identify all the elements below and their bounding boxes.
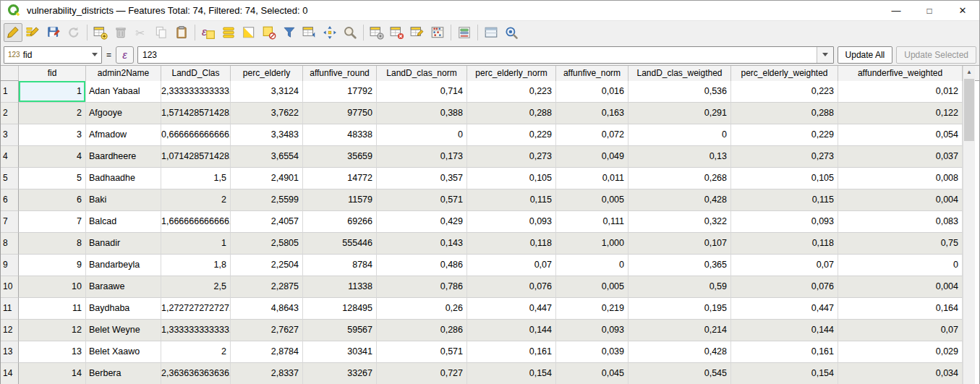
table-cell[interactable]: 0,291 xyxy=(629,103,731,124)
row-number[interactable]: 2 xyxy=(1,103,19,124)
table-cell[interactable]: 11 xyxy=(19,298,86,320)
row-number[interactable]: 3 xyxy=(1,124,19,146)
rename-field-button[interactable] xyxy=(408,23,427,42)
table-cell[interactable]: 0,004 xyxy=(838,276,963,298)
table-cell[interactable]: Banadir xyxy=(86,233,161,255)
table-cell[interactable]: 1,666666666666... xyxy=(161,211,231,233)
invert-selection-button[interactable] xyxy=(239,23,258,42)
table-cell[interactable]: 2,5805 xyxy=(231,233,303,255)
table-cell[interactable]: 0,011 xyxy=(556,168,629,189)
table-cell[interactable]: 17792 xyxy=(303,81,377,103)
actions-button[interactable] xyxy=(502,23,521,42)
table-cell[interactable]: 1,8 xyxy=(161,255,231,276)
table-cell[interactable]: 1,333333333333... xyxy=(161,320,231,341)
table-cell[interactable]: 0,161 xyxy=(731,341,838,363)
dock-table-button[interactable] xyxy=(482,23,500,42)
table-cell[interactable]: 0,115 xyxy=(731,189,838,211)
table-cell[interactable]: Adan Yabaal xyxy=(86,81,161,103)
deselect-all-button[interactable] xyxy=(260,23,278,42)
table-cell[interactable]: 0,666666666666... xyxy=(161,124,231,146)
table-cell[interactable]: 0,076 xyxy=(731,276,838,298)
pan-to-selection-button[interactable] xyxy=(320,23,339,42)
filter-form-button[interactable] xyxy=(280,23,299,42)
table-cell[interactable]: 0,164 xyxy=(838,298,963,320)
table-cell[interactable]: 0,727 xyxy=(377,363,467,384)
table-cell[interactable]: 0,26 xyxy=(377,298,467,320)
table-cell[interactable]: 0,223 xyxy=(731,81,838,103)
table-cell[interactable]: 2,8784 xyxy=(231,341,303,363)
table-cell[interactable]: 0,288 xyxy=(467,103,556,124)
table-cell[interactable]: 0,447 xyxy=(731,298,838,320)
table-cell[interactable]: 0,223 xyxy=(467,81,556,103)
table-cell[interactable]: 2,8337 xyxy=(231,363,303,384)
row-number[interactable]: 7 xyxy=(1,211,19,233)
column-header-perc_elderly_norm[interactable]: perc_elderly_norm xyxy=(467,66,556,81)
table-cell[interactable]: 2,7627 xyxy=(231,320,303,341)
table-cell[interactable]: 3,6554 xyxy=(231,146,303,168)
row-number[interactable]: 13 xyxy=(1,341,19,363)
table-cell[interactable]: Afmadow xyxy=(86,124,161,146)
table-cell[interactable]: 0,273 xyxy=(731,146,838,168)
column-header-affunderfive_weighted[interactable]: affunderfive_weighted xyxy=(838,66,963,81)
maximize-button[interactable]: □ xyxy=(913,1,946,20)
table-cell[interactable]: 0,118 xyxy=(467,233,556,255)
save-edits-button[interactable] xyxy=(44,23,63,42)
table-cell[interactable]: 0,161 xyxy=(467,341,556,363)
column-header-LandD_Clas[interactable]: LandD_Clas xyxy=(161,66,231,81)
table-cell[interactable]: 0,004 xyxy=(838,189,963,211)
table-cell[interactable]: 0,365 xyxy=(629,255,731,276)
table-cell[interactable]: 0,214 xyxy=(629,320,731,341)
table-cell[interactable]: 0,118 xyxy=(731,233,838,255)
table-cell[interactable]: Baardheere xyxy=(86,146,161,168)
table-cell[interactable]: 13 xyxy=(19,341,86,363)
delete-field-button[interactable] xyxy=(388,23,406,42)
table-cell[interactable]: Afgooye xyxy=(86,103,161,124)
table-cell[interactable]: 8 xyxy=(19,233,86,255)
column-header-affunfive_norm[interactable]: affunfive_norm xyxy=(556,66,629,81)
close-button[interactable]: ✕ xyxy=(946,1,979,20)
table-cell[interactable]: 0 xyxy=(629,124,731,146)
table-cell[interactable]: 0,571 xyxy=(377,189,467,211)
table-cell[interactable]: 0,59 xyxy=(629,276,731,298)
table-cell[interactable]: 0,545 xyxy=(629,363,731,384)
table-cell[interactable]: 555446 xyxy=(303,233,377,255)
row-number[interactable]: 11 xyxy=(1,298,19,320)
field-selector[interactable]: 123 fid xyxy=(4,46,102,64)
table-cell[interactable]: 0,039 xyxy=(556,341,629,363)
table-cell[interactable]: 0,072 xyxy=(556,124,629,146)
table-cell[interactable]: 0,273 xyxy=(467,146,556,168)
table-cell[interactable]: 0,122 xyxy=(838,103,963,124)
table-cell[interactable]: 1 xyxy=(19,81,86,103)
table-cell[interactable]: Belet Xaawo xyxy=(86,341,161,363)
table-cell[interactable]: 0,144 xyxy=(731,320,838,341)
table-cell[interactable]: 2,4057 xyxy=(231,211,303,233)
table-cell[interactable]: 2,2875 xyxy=(231,276,303,298)
table-cell[interactable]: 0,083 xyxy=(838,211,963,233)
table-cell[interactable]: 1,000 xyxy=(556,233,629,255)
table-cell[interactable]: 0,571 xyxy=(377,341,467,363)
table-cell[interactable]: 0,219 xyxy=(556,298,629,320)
table-cell[interactable]: 48338 xyxy=(303,124,377,146)
table-cell[interactable]: 3 xyxy=(19,124,86,146)
row-number[interactable]: 10 xyxy=(1,276,19,298)
table-cell[interactable]: 0,093 xyxy=(731,211,838,233)
table-cell[interactable]: 0,105 xyxy=(731,168,838,189)
table-cell[interactable]: 0,75 xyxy=(838,233,963,255)
table-cell[interactable]: 0,037 xyxy=(838,146,963,168)
table-cell[interactable]: 0,029 xyxy=(838,341,963,363)
table-cell[interactable]: 33267 xyxy=(303,363,377,384)
table-cell[interactable]: 0,536 xyxy=(629,81,731,103)
table-cell[interactable]: 0,049 xyxy=(556,146,629,168)
table-cell[interactable]: Baki xyxy=(86,189,161,211)
column-header-LandD_clas_norm[interactable]: LandD_clas_norm xyxy=(377,66,467,81)
column-header-affunfive_round[interactable]: affunfive_round xyxy=(303,66,377,81)
table-cell[interactable]: 0,154 xyxy=(467,363,556,384)
table-cell[interactable]: 3,7622 xyxy=(231,103,303,124)
table-cell[interactable]: 128495 xyxy=(303,298,377,320)
column-header-perc_elderly_weighted[interactable]: perc_elderly_weighted xyxy=(731,66,838,81)
paste-button[interactable] xyxy=(172,23,191,42)
table-cell[interactable]: 59567 xyxy=(303,320,377,341)
table-cell[interactable]: 0,154 xyxy=(731,363,838,384)
row-number[interactable]: 1 xyxy=(1,81,19,103)
toggle-editing-button[interactable] xyxy=(4,23,22,42)
